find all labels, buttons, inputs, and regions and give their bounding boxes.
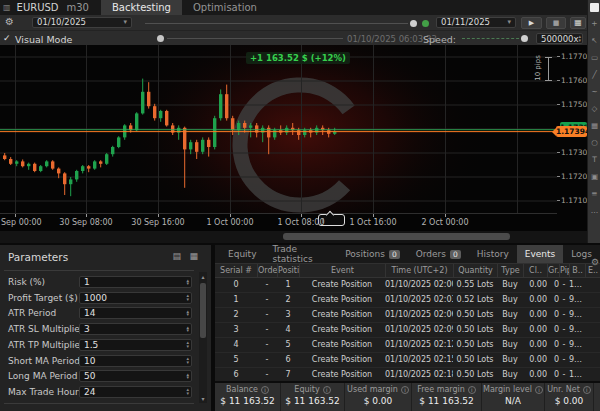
parameters-scrollbar-thumb[interactable] <box>200 283 206 338</box>
parameter-input[interactable]: 24▴▾ <box>79 386 192 398</box>
step-down-icon[interactable]: ▾ <box>186 329 189 333</box>
parameter-input[interactable]: 50▴▾ <box>79 370 192 382</box>
parameter-input[interactable]: 3▴▾ <box>79 323 192 335</box>
settings-gear-icon[interactable]: ⚙ <box>5 16 14 27</box>
speed-slider-track[interactable] <box>462 38 524 39</box>
parameter-stepper[interactable]: ▴▾ <box>186 326 189 333</box>
export-icon[interactable]: ▤ <box>172 251 181 261</box>
progress-slider-track[interactable] <box>167 38 343 39</box>
parameter-input[interactable]: 10▴▾ <box>79 355 192 367</box>
crosshair-icon[interactable]: + <box>588 19 600 29</box>
column-header[interactable]: Pip <box>559 264 569 277</box>
step-down-icon[interactable]: ▾ <box>186 361 189 365</box>
step-down-icon[interactable]: ▾ <box>186 313 189 317</box>
tab-positions[interactable]: Positions0 <box>337 245 408 263</box>
table-row[interactable]: 6-7Create Position01/10/2025 02:180.50 L… <box>215 368 600 381</box>
column-header[interactable]: Gr.. <box>547 264 559 277</box>
parameter-input[interactable]: 14▴▾ <box>79 307 192 319</box>
chart-hscrollbar[interactable] <box>0 231 587 243</box>
step-down-icon[interactable]: ▾ <box>186 376 189 380</box>
parameter-input[interactable]: 1000▴▾ <box>79 292 192 304</box>
trendline-icon[interactable]: ╱ <box>588 70 600 80</box>
parameter-stepper[interactable]: ▴▾ <box>186 388 189 395</box>
column-header[interactable]: Order ID <box>257 264 277 277</box>
candlestick-plot[interactable]: +1 163.52 $ (+12%) 10 pips <box>0 45 557 213</box>
scroll-down-icon[interactable]: ▾ <box>199 395 207 402</box>
parameters-scrollbar[interactable]: ▴ ▾ <box>199 272 207 403</box>
tab-orders[interactable]: Orders0 <box>408 245 469 263</box>
tab-backtesting[interactable]: Backtesting <box>101 0 182 15</box>
progress-slider-handle[interactable] <box>157 35 164 42</box>
parameter-stepper[interactable]: ▴▾ <box>186 294 189 301</box>
info-icon[interactable]: i <box>468 386 476 394</box>
table-row[interactable]: 0-1Create Position01/10/2025 02:000.55 L… <box>215 278 600 293</box>
end-date-select[interactable]: 01/11/2025 ▾ <box>436 17 516 28</box>
column-header[interactable]: Serial # <box>215 264 257 277</box>
report-button[interactable]: ▦ <box>570 17 586 29</box>
price-main: 1.1770 <box>561 52 587 61</box>
column-header[interactable]: Time (UTC+2) <box>385 264 453 277</box>
wave-tool-icon[interactable]: ~ <box>588 87 600 97</box>
step-down-icon[interactable]: ▾ <box>186 392 189 396</box>
speed-stepper[interactable]: ▴ ▾ <box>578 35 581 42</box>
scroll-up-icon[interactable]: ▴ <box>199 273 207 280</box>
range-handle-left[interactable] <box>410 20 417 27</box>
speed-slider-handle[interactable] <box>521 35 528 42</box>
parameter-stepper[interactable]: ▴▾ <box>186 279 189 286</box>
column-header[interactable]: Cl.. <box>523 264 547 277</box>
annotation-tool-icon[interactable]: ▣ <box>588 172 600 182</box>
tab-trade-statistics[interactable]: Trade statistics <box>264 245 337 263</box>
table-cell: Create Position <box>299 353 385 367</box>
tab-history[interactable]: History <box>469 245 517 263</box>
info-icon[interactable]: i <box>583 386 591 394</box>
more-options-icon[interactable]: … <box>588 206 600 216</box>
column-header[interactable]: Quantity <box>453 264 497 277</box>
table-row[interactable]: 4-5Create Position01/10/2025 02:120.50 L… <box>215 338 600 353</box>
parameter-stepper[interactable]: ▴▾ <box>186 373 189 380</box>
parameter-stepper[interactable]: ▴▾ <box>186 341 189 348</box>
table-row[interactable]: 1-2Create Position01/10/2025 02:030.52 L… <box>215 293 600 308</box>
active-tool-button[interactable] <box>590 3 599 12</box>
save-icon[interactable]: ▦ <box>189 251 198 261</box>
text-tool-icon[interactable]: T <box>588 155 600 165</box>
visual-mode-checkbox[interactable]: ✓ <box>3 33 11 43</box>
column-header[interactable]: Positio.. <box>277 264 299 277</box>
speed-input[interactable]: 500000x ▴ ▾ <box>536 33 583 44</box>
play-button[interactable]: ▶ <box>521 17 542 29</box>
cursor-icon[interactable]: ↖ <box>588 36 600 46</box>
chart-hscrollbar-thumb[interactable] <box>283 233 510 240</box>
status-gear-icon[interactable]: ⚙ <box>591 257 599 267</box>
stop-button[interactable]: ■ <box>546 17 566 29</box>
column-header[interactable]: Type <box>497 264 523 277</box>
step-down-icon[interactable]: ▾ <box>186 345 189 349</box>
table-row[interactable]: 5-6Create Position01/10/2025 02:150.50 L… <box>215 353 600 368</box>
column-header[interactable]: Event <box>299 264 385 277</box>
step-down-icon[interactable]: ▾ <box>186 298 189 302</box>
info-icon[interactable]: i <box>535 386 543 394</box>
date-range-slider-track[interactable] <box>145 23 408 24</box>
menu-lines-icon[interactable]: ≡ <box>588 189 600 199</box>
parameter-stepper[interactable]: ▴▾ <box>186 357 189 364</box>
parameter-input[interactable]: 1.5▴▾ <box>79 339 192 351</box>
start-date-select[interactable]: 01/10/2025 ▾ <box>32 17 132 28</box>
step-down-icon[interactable]: ▾ <box>578 39 581 43</box>
info-icon[interactable]: i <box>323 386 331 394</box>
visual-mode-bar: ✓ Visual Mode 01/10/2025 06:03:33 Speed:… <box>0 30 587 45</box>
tab-events[interactable]: Events <box>517 245 563 263</box>
info-icon[interactable]: i <box>261 386 269 394</box>
table-row[interactable]: 3-4Create Position01/10/2025 02:090.50 L… <box>215 323 600 338</box>
info-icon[interactable]: i <box>401 386 409 394</box>
time-axis[interactable]: 30 Sep 00:0030 Sep 08:0030 Sep 16:001 Oc… <box>0 213 557 231</box>
tab-optimisation[interactable]: Optimisation <box>182 0 268 15</box>
step-down-icon[interactable]: ▾ <box>186 282 189 286</box>
range-handle-right[interactable] <box>422 20 429 27</box>
grid-tool-icon[interactable]: ▦ <box>588 121 600 131</box>
column-header[interactable]: B.. <box>569 264 585 277</box>
frame-tool-icon[interactable]: ▭ <box>588 53 600 63</box>
table-row[interactable]: 2-3Create Position01/10/2025 02:060.50 L… <box>215 308 600 323</box>
ellipse-tool-icon[interactable]: ○ <box>588 138 600 148</box>
shapes-icon[interactable]: ◇ <box>588 104 600 114</box>
tab-equity[interactable]: Equity <box>220 245 264 263</box>
parameter-stepper[interactable]: ▴▾ <box>186 310 189 317</box>
parameter-input[interactable]: 1▴▾ <box>79 276 192 288</box>
